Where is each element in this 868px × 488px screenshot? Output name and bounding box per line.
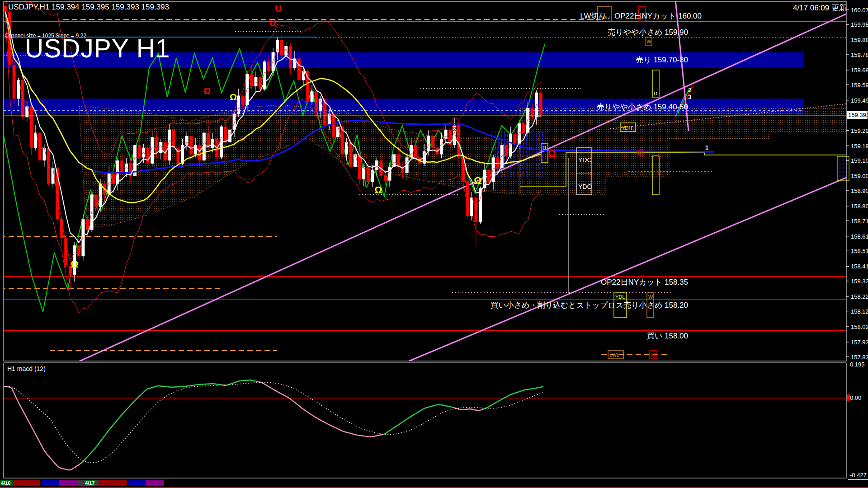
signal-marker: Ω: [230, 92, 237, 102]
signal-marker: ◎: [451, 123, 458, 132]
price-tick: 158.515: [851, 248, 868, 254]
tag-label: M: [651, 352, 655, 358]
tag-label: YDL: [615, 294, 625, 300]
signal-marker: ◎: [637, 148, 644, 156]
price-tick: 159.195: [851, 143, 868, 150]
timeline-bar: 4/164/17: [0, 480, 868, 488]
level-annotation: 売りやや小さめ 159.90: [608, 28, 688, 38]
session-segment: [99, 480, 127, 486]
price-tick: 158.805: [851, 203, 868, 210]
price-tick: 159.490: [851, 97, 868, 104]
tag-label: D: [654, 91, 657, 96]
level-annotation: 売りやや小さめ 159.40-50: [597, 102, 688, 112]
price-tick: 159.880: [851, 37, 868, 43]
session-segment: [59, 480, 77, 486]
count-figure: 3: [688, 94, 691, 100]
macd-panel-border: [4, 363, 846, 478]
count-figure: 2: [688, 87, 691, 94]
current-price-tag: 159.393: [848, 112, 868, 118]
symbol-quote-line: USDJPY,H1 159.394 159.395 159.393 159.39…: [8, 3, 169, 12]
signal-marker: Ω: [374, 184, 382, 196]
price-tick: 158.710: [851, 218, 868, 225]
tag-label: YDH: [622, 125, 632, 131]
price-tick: 157.830: [851, 354, 868, 361]
price-tick: 159.785: [851, 52, 868, 58]
price-tick: 159.980: [851, 21, 868, 28]
price-tick: 158.320: [851, 278, 868, 285]
signal-marker: Ω: [474, 175, 482, 186]
date-label: 4/16: [1, 480, 10, 486]
price-tick: 158.025: [851, 324, 868, 330]
macd-tick: 0.00: [850, 394, 861, 401]
signal-marker: Ω: [203, 86, 211, 96]
price-tick: 159.100: [851, 157, 868, 164]
ydo-label: YDO: [578, 183, 592, 190]
channel-info-label: Channel size = 1025 Slope = 9.22: [5, 33, 86, 39]
session-segment: [128, 480, 146, 486]
level-annotation: LW切り、OP22日NYカット 160.00: [580, 11, 702, 21]
session-segment: [42, 480, 59, 486]
chart-canvas: UUΩΩΩΩΩΩ◎◎LWHMWDYDHDYDLWLWLMYDCYDO123160…: [0, 0, 868, 488]
price-tick: 159.590: [851, 82, 868, 89]
price-tick: 160.075: [851, 7, 868, 14]
signal-marker: U: [275, 4, 281, 14]
macd-tick: 0.195: [850, 361, 865, 368]
macd-layer: [4, 380, 846, 470]
level-annotation: OP22日NYカット 158.35: [601, 277, 688, 287]
level-annotation: 買い 158.00: [647, 331, 688, 341]
price-tick: 157.925: [851, 339, 868, 346]
price-tick: 159.295: [851, 127, 868, 134]
macd-tick: -0.427: [850, 472, 867, 479]
tag-label: LWL: [609, 352, 619, 358]
tag-label: D: [542, 145, 546, 150]
signal-marker: Ω: [71, 258, 79, 270]
price-tick: 158.125: [851, 308, 868, 315]
price-tick: 159.000: [851, 173, 868, 179]
last-updated: 4/17 06:09 更新: [793, 3, 847, 13]
signal-marker: Ω: [548, 148, 556, 159]
signal-marker: U: [269, 18, 276, 28]
level-annotation: 売り 159.70-80: [636, 55, 688, 65]
price-tick: 158.610: [851, 233, 868, 240]
price-tick: 159.685: [851, 67, 868, 74]
macd-panel-label: H1 macd (12): [7, 365, 46, 372]
date-label: 4/17: [85, 480, 94, 486]
session-segment: [13, 480, 40, 486]
session-segment: [146, 480, 164, 486]
trading-chart-app: UUΩΩΩΩΩΩ◎◎LWHMWDYDHDYDLWLWLMYDCYDO123160…: [0, 0, 868, 488]
price-tick: 158.905: [851, 188, 868, 194]
price-tick: 158.220: [851, 293, 868, 300]
tag-label: W: [648, 294, 653, 300]
tag-label: W: [646, 39, 651, 44]
ydc-label: YDC: [578, 156, 592, 164]
price-axis: 160.075159.980159.880159.785159.685159.5…: [846, 7, 868, 479]
count-figure: 1: [705, 144, 708, 151]
price-tick: 158.415: [851, 263, 868, 270]
level-annotation: 買い小さめ・割り込むとストップロス売り小さめ 158.20: [491, 300, 688, 310]
